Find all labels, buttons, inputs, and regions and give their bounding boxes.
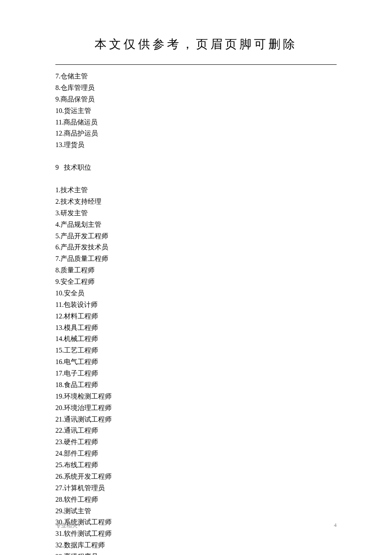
list-item: 9.商品保管员 [55, 94, 337, 105]
footer-left-text: 专业相关+ [55, 522, 81, 529]
list-item: 12.商品护运员 [55, 128, 337, 139]
page-number: 4 [334, 522, 337, 529]
list-item: 7.仓储主管 [55, 71, 337, 82]
list-item: 1.技术主管 [55, 185, 337, 196]
list-item: 17.电子工程师 [55, 368, 337, 379]
section-title: 技术职位 [64, 164, 91, 171]
section-number: 9 [55, 164, 59, 171]
list-item: 7.产品质量工程师 [55, 253, 337, 265]
section-heading: 9 技术职位 [55, 162, 337, 173]
list-item: 18.食品工程师 [55, 379, 337, 391]
main-list: 1.技术主管 2.技术支持经理 3.研发主管 4.产品规划主管 5.产品开发工程… [55, 185, 337, 555]
list-item: 27.计算机管理员 [55, 483, 337, 494]
list-item: 31.软件测试工程师 [55, 528, 337, 540]
list-item: 23.硬件工程师 [55, 436, 337, 448]
list-item: 2.技术支持经理 [55, 196, 337, 208]
list-item: 22.通讯工程师 [55, 425, 337, 436]
page-footer: 专业相关+ 4 [55, 522, 337, 529]
list-item: 13.理货员 [55, 139, 337, 151]
list-item: 9.安全工程师 [55, 276, 337, 288]
list-item: 10.货运主管 [55, 105, 337, 117]
document-page: 本文仅供参考，页眉页脚可删除 7.仓储主管 8.仓库管理员 9.商品保管员 10… [0, 0, 392, 555]
header-divider [55, 64, 337, 65]
list-item: 8.仓库管理员 [55, 82, 337, 94]
list-item: 15.工艺工程师 [55, 345, 337, 356]
list-item: 16.电气工程师 [55, 356, 337, 368]
continued-list: 7.仓储主管 8.仓库管理员 9.商品保管员 10.货运主管 11.商品储运员 … [55, 71, 337, 151]
list-item: 26.系统开发工程师 [55, 471, 337, 483]
list-item: 24.部件工程师 [55, 448, 337, 460]
list-item: 25.布线工程师 [55, 460, 337, 471]
list-item: 8.质量工程师 [55, 265, 337, 276]
list-item: 10.安全员 [55, 288, 337, 299]
list-item: 3.研发主管 [55, 208, 337, 219]
list-item: 6.产品开发技术员 [55, 242, 337, 253]
page-header: 本文仅供参考，页眉页脚可删除 [55, 36, 337, 52]
list-item: 28.软件工程师 [55, 494, 337, 506]
list-item: 5.产品开发工程师 [55, 231, 337, 242]
list-item: 20.环境治理工程师 [55, 402, 337, 414]
list-item: 11.包装设计师 [55, 299, 337, 311]
list-item: 12.材料工程师 [55, 311, 337, 322]
list-item: 29.测试主管 [55, 506, 337, 517]
list-item: 4.产品规划主管 [55, 219, 337, 231]
document-content: 7.仓储主管 8.仓库管理员 9.商品保管员 10.货运主管 11.商品储运员 … [55, 71, 337, 555]
list-item: 14.机械工程师 [55, 333, 337, 345]
list-item: 13.模具工程师 [55, 322, 337, 334]
list-item: 33.高级程序员 [55, 551, 337, 555]
list-item: 11.商品储运员 [55, 117, 337, 128]
list-item: 32.数据库工程师 [55, 540, 337, 551]
list-item: 21.通讯测试工程师 [55, 414, 337, 425]
list-item: 19.环境检测工程师 [55, 391, 337, 402]
